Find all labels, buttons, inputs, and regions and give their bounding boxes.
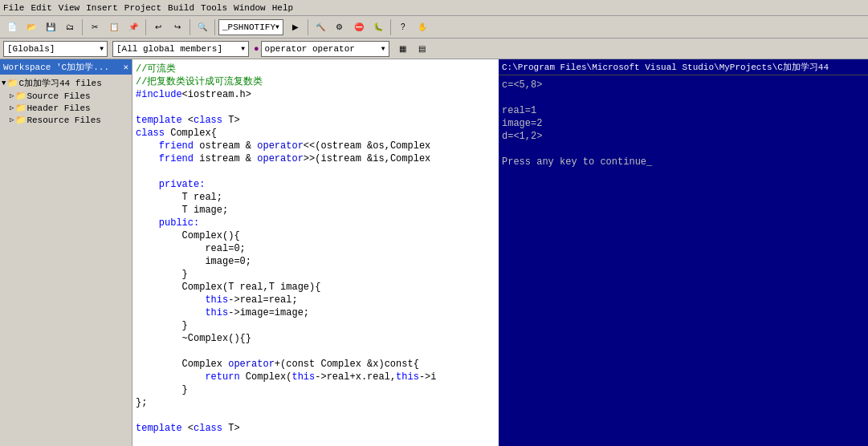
resource-files-item[interactable]: ▷ 📁 Resource Files (0, 114, 132, 126)
console-line-1: c=<5,8> (502, 79, 865, 91)
console-title: C:\Program Files\Microsoft Visual Studio… (502, 63, 829, 72)
menu-help[interactable]: Help (272, 3, 293, 13)
members-arrow: ▼ (241, 45, 245, 52)
undo-btn[interactable]: ↩ (149, 18, 167, 36)
code-line-28 (136, 409, 495, 422)
notify-dropdown[interactable]: _PSHNOTIFY ▼ (218, 19, 283, 35)
code-line-1: //可流类 (136, 63, 495, 75)
console-line-6 (502, 143, 865, 156)
console-panel: C:\Program Files\Microsoft Visual Studio… (499, 59, 868, 446)
code-line-12: T image; (136, 204, 495, 217)
operator-arrow: ▼ (381, 45, 385, 52)
globals-arrow: ▼ (100, 45, 104, 52)
code-line-17: } (136, 268, 495, 281)
code-line-8: friend istream & operator>>(istream &is,… (136, 152, 495, 165)
code-line-11: T real; (136, 191, 495, 204)
operator-icon: ● (254, 44, 259, 54)
header-files-label: Header Files (26, 103, 90, 113)
code-line-3: #include<iostream.h> (136, 88, 495, 101)
operator-dropdown[interactable]: operator operator ▼ (261, 41, 389, 57)
hand-btn[interactable]: ✋ (414, 18, 431, 36)
code-line-19: this->real=real; (136, 294, 495, 306)
code-line-7: friend ostream & operator<<(ostream &os,… (136, 140, 495, 152)
paste-btn[interactable]: 📌 (124, 18, 142, 36)
code-line-29: template <class T> (136, 422, 495, 435)
code-line-26: } (136, 383, 495, 396)
notify-arrow: ▼ (275, 23, 279, 30)
menu-build[interactable]: Build (168, 3, 194, 13)
globals-label: [Globals] (7, 44, 55, 54)
sep5 (308, 19, 308, 35)
toolbar-row2: [Globals] ▼ [All global members] ▼ ● ope… (0, 39, 868, 59)
sep6 (390, 19, 391, 35)
sep2 (145, 19, 146, 35)
code-line-14: Complex(){ (136, 229, 495, 242)
sep1 (82, 19, 83, 35)
menu-insert[interactable]: Insert (86, 3, 118, 13)
code-line-22: ~Complex(){} (136, 332, 495, 345)
menu-window[interactable]: Window (234, 3, 266, 13)
source-folder-icon: 📁 (15, 91, 26, 101)
workspace-label: Workspace 'C加加学... (3, 61, 109, 73)
header-files-item[interactable]: ▷ 📁 Header Files (0, 102, 132, 114)
source-files-item[interactable]: ▷ 📁 Source Files (0, 90, 132, 102)
build-btn[interactable]: 🔨 (312, 18, 329, 36)
source-files-label: Source Files (26, 91, 90, 101)
members-label: [All global members] (116, 44, 222, 54)
resource-expand-icon: ▷ (10, 116, 14, 124)
console-line-4: image=2 (502, 117, 865, 130)
run-btn[interactable]: ▶ (287, 18, 304, 36)
find-btn[interactable]: 🔍 (194, 18, 211, 36)
header-folder-icon: 📁 (15, 103, 26, 113)
close-icon[interactable]: ✕ (123, 62, 128, 72)
save-all-btn[interactable]: 🗂 (61, 18, 79, 36)
save-btn[interactable]: 💾 (42, 18, 59, 36)
code-line-27: }; (136, 396, 495, 409)
code-line-23 (136, 345, 495, 358)
globals-dropdown[interactable]: [Globals] ▼ (3, 41, 108, 57)
header-expand-icon: ▷ (10, 103, 14, 112)
console-line-2 (502, 91, 865, 104)
stop-btn[interactable]: ⛔ (350, 18, 368, 36)
operator-label: operator operator (265, 44, 355, 54)
code-line-9 (136, 165, 495, 178)
sidebar-header: Workspace 'C加加学... ✕ (0, 59, 132, 75)
notify-label: _PSHNOTIFY (222, 22, 275, 32)
menu-project[interactable]: Project (124, 3, 161, 13)
sidebar-tree: ▼ 📁 C加加学习44 files ▷ 📁 Source Files ▷ 📁 H… (0, 75, 132, 446)
resource-folder-icon: 📁 (15, 115, 26, 125)
console-line-7: Press any key to continue_ (502, 156, 865, 168)
project-root[interactable]: ▼ 📁 C加加学习44 files (0, 76, 132, 90)
source-expand-icon: ▷ (10, 91, 14, 100)
project-label: C加加学习44 files (18, 77, 101, 89)
debug-btn[interactable]: 🐛 (369, 18, 387, 36)
project-folder-icon: 📁 (7, 78, 18, 88)
filter-btn[interactable]: ▦ (394, 40, 412, 58)
console-line-3: real=1 (502, 104, 865, 117)
code-line-25: return Complex(this->real+x.real,this->i (136, 371, 495, 383)
cut-btn[interactable]: ✂ (86, 18, 104, 36)
members-dropdown[interactable]: [All global members] ▼ (112, 41, 249, 57)
menu-file[interactable]: File (3, 3, 24, 13)
rebuild-btn[interactable]: ⚙ (331, 18, 348, 36)
menu-tools[interactable]: Tools (201, 3, 227, 13)
code-line-18: Complex(T real,T image){ (136, 281, 495, 294)
console-line-5: d=<1,2> (502, 130, 865, 143)
main-layout: Workspace 'C加加学... ✕ ▼ 📁 C加加学习44 files ▷… (0, 59, 868, 446)
code-editor[interactable]: //可流类 //把复数类设计成可流复数类 #include<iostream.h… (132, 59, 499, 446)
menu-edit[interactable]: Edit (31, 3, 51, 13)
help-btn[interactable]: ? (394, 18, 412, 36)
redo-btn[interactable]: ↪ (169, 18, 186, 36)
toolbar-row1: 📄 📂 💾 🗂 ✂ 📋 📌 ↩ ↪ 🔍 _PSHNOTIFY ▼ ▶ 🔨 ⚙ ⛔… (0, 16, 868, 39)
code-line-20: this->image=image; (136, 306, 495, 319)
menu-view[interactable]: View (59, 3, 79, 13)
code-line-5: template <class T> (136, 114, 495, 127)
code-line-21: } (136, 319, 495, 332)
code-line-16: image=0; (136, 255, 495, 268)
menubar: File Edit View Insert Project Build Tool… (0, 0, 868, 16)
open-btn[interactable]: 📂 (22, 18, 40, 36)
copy-btn[interactable]: 📋 (105, 18, 123, 36)
new-btn[interactable]: 📄 (3, 18, 21, 36)
code-line-4 (136, 101, 495, 114)
filter2-btn[interactable]: ▤ (414, 40, 431, 58)
